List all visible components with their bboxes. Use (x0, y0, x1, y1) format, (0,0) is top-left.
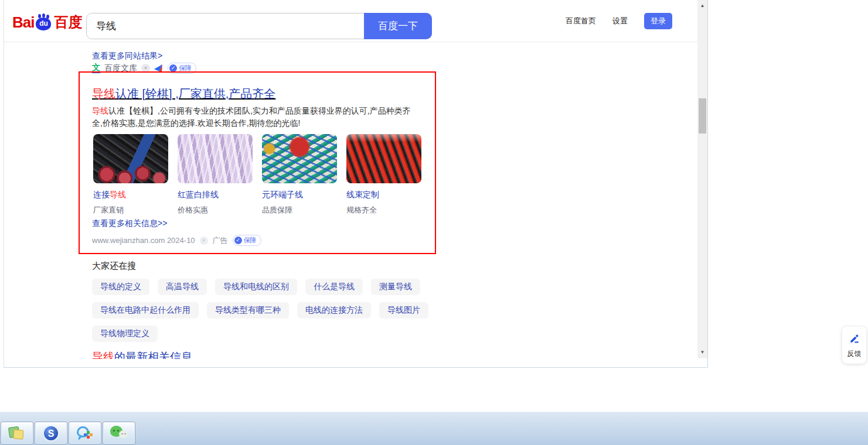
feedback-button[interactable]: 反馈 (842, 327, 866, 364)
scrollbar-thumb[interactable] (699, 98, 706, 134)
wenku-icon: 文 (92, 63, 100, 73)
taskbar-button-image-viewer[interactable] (1, 422, 33, 444)
baidu-header: Bai du 百度 × 百度一下 百度首页 设置 登录 (4, 0, 707, 42)
product-card-1[interactable]: 连接导线 厂家直销 (93, 134, 168, 215)
search-input[interactable] (87, 13, 353, 39)
related-pill[interactable]: 导线和电线的区别 (215, 279, 297, 295)
related-pill[interactable]: 电线的连接方法 (297, 302, 371, 319)
search-box: × 百度一下 (86, 13, 432, 39)
ad-description: 导线认准【铨棋】,公司拥有专业的技术团队,实力和产品质量获得业界的认可,产品种类… (92, 105, 416, 129)
product-image-black-red-wires[interactable] (93, 134, 168, 183)
related-pill[interactable]: 高温导线 (158, 279, 207, 295)
login-button[interactable]: 登录 (644, 13, 672, 29)
baidu-logo[interactable]: Bai du 百度 (12, 13, 82, 32)
source-row: 文 百度文库 ▾ ✓ 保障 (92, 63, 196, 74)
related-searches-heading: 大家还在搜 (92, 261, 136, 272)
product-image-red-black-harness[interactable] (346, 134, 421, 183)
related-pill[interactable]: 测量导线 (371, 279, 420, 295)
feedback-label: 反馈 (842, 349, 866, 359)
source-chevron-icon[interactable]: ▾ (141, 64, 150, 73)
product-row: 连接导线 厂家直销 红蓝白排线 价格实惠 元环端子线 品质保障 线束定制 规格齐… (93, 134, 421, 215)
image-viewer-icon (9, 426, 25, 441)
baidu-paw-icon: du (35, 13, 52, 31)
header-nav: 百度首页 设置 登录 (566, 0, 672, 42)
check-icon: ✓ (234, 237, 242, 244)
check-icon: ✓ (169, 64, 177, 72)
nav-settings[interactable]: 设置 (612, 16, 628, 26)
scroll-up-icon[interactable]: ▲ (697, 1, 707, 11)
more-same-site-link[interactable]: 查看更多同站结果> (92, 51, 162, 61)
related-pill[interactable]: 导线在电路中起什么作用 (92, 302, 199, 319)
title-keyword: 导线 (92, 87, 115, 100)
guarantee-badge-2: ✓ 保障 (233, 235, 261, 246)
guarantee-badge: ✓ 保障 (168, 63, 196, 74)
taskbar-button-wechat[interactable] (103, 422, 135, 444)
source-name[interactable]: 百度文库 (104, 63, 137, 74)
taskbar: S S ? ▾ ▲ (0, 412, 868, 445)
wechat-icon (110, 426, 128, 441)
taskbar-button-sogou-browser[interactable]: S (35, 422, 67, 444)
next-result-title-cutoff[interactable]: 导线的最新相关信息 (92, 350, 192, 359)
product-image-terminal-wires[interactable] (262, 134, 337, 183)
ad-url: www.wejianzhan.com 2024-10 (92, 236, 195, 245)
product-card-2[interactable]: 红蓝白排线 价格实惠 (178, 134, 253, 215)
nav-baidu-home[interactable]: 百度首页 (566, 16, 596, 26)
related-pill[interactable]: 导线的定义 (92, 279, 149, 295)
logo-text-chinese: 百度 (54, 13, 82, 32)
ad-url-row: www.wejianzhan.com 2024-10 ▾ 广告 ✓ 保障 (92, 235, 261, 246)
sogou-browser-icon: S (43, 425, 59, 441)
product-card-3[interactable]: 元环端子线 品质保障 (262, 134, 337, 215)
promo-plane-icon (154, 64, 164, 72)
related-pill[interactable]: 导线物理定义 (92, 326, 158, 342)
ad-result-title[interactable]: 导线认准 [铨棋] ,厂家直供,产品齐全 (92, 86, 275, 102)
taskbar-button-chat-app[interactable] (69, 422, 101, 444)
product-image-purple-ribbon-cables[interactable] (178, 134, 253, 183)
product-card-4[interactable]: 线束定制 规格齐全 (346, 134, 421, 215)
more-related-link[interactable]: 查看更多相关信息>> (92, 218, 167, 229)
scroll-down-icon[interactable]: ▼ (697, 348, 707, 357)
title-rest: 认准 [铨棋] ,厂家直供,产品齐全 (115, 87, 275, 100)
related-pill[interactable]: 什么是导线 (305, 279, 363, 295)
related-pill[interactable]: 导线类型有哪三种 (207, 302, 289, 319)
related-pill[interactable]: 导线图片 (379, 302, 428, 319)
browser-window: Bai du 百度 × 百度一下 百度首页 设置 登录 查看更多同站结果> (4, 0, 708, 368)
desktop: Bai du 百度 × 百度一下 百度首页 设置 登录 查看更多同站结果> (0, 0, 868, 445)
related-searches: 导线的定义 高温导线 导线和电线的区别 什么是导线 测量导线 导线在电路中起什么… (92, 279, 432, 342)
chat-app-icon (77, 426, 93, 441)
ad-label: 广告 (213, 235, 228, 246)
search-button[interactable]: 百度一下 (364, 13, 432, 39)
vertical-scrollbar[interactable]: ▲ ▼ (697, 0, 707, 358)
logo-text-bai: Bai (12, 13, 34, 32)
pencil-icon (849, 333, 860, 344)
url-chevron-icon[interactable]: ▾ (200, 237, 208, 245)
